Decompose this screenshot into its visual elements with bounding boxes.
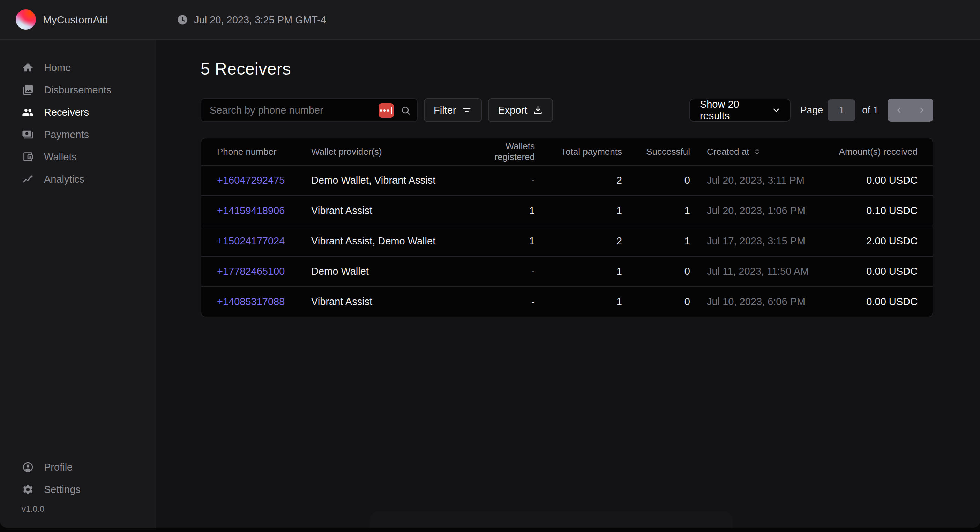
receivers-icon <box>22 106 34 119</box>
page-number-input[interactable] <box>828 99 855 121</box>
table-header-row: Phone number Wallet provider(s) Wallets … <box>201 138 932 165</box>
filter-button[interactable]: Filter <box>424 98 482 122</box>
top-bar: MyCustomAid Jul 20, 2023, 3:25 PM GMT-4 <box>0 0 980 40</box>
chevron-left-icon <box>894 106 904 115</box>
wallets-registered: - <box>470 266 535 277</box>
total-payments: 1 <box>535 205 622 216</box>
table-row[interactable]: +14159418906 Vibrant Assist 1 1 1 Jul 20… <box>201 195 932 226</box>
created-at: Jul 20, 2023, 3:11 PM <box>690 175 837 186</box>
main-content: 5 Receivers Filter Export <box>157 40 980 528</box>
amount-received: 0.00 USDC <box>837 296 918 308</box>
analytics-icon <box>22 173 34 186</box>
sidebar-item-label: Wallets <box>44 151 77 163</box>
table-row[interactable]: +17782465100 Demo Wallet - 1 0 Jul 11, 2… <box>201 256 932 286</box>
brand-name: MyCustomAid <box>43 0 108 40</box>
sidebar-item-label: Payments <box>44 129 89 140</box>
page-label: Page <box>800 105 823 116</box>
phone-link[interactable]: +14085317088 <box>217 296 311 308</box>
sidebar-item-analytics[interactable]: Analytics <box>0 172 156 187</box>
app-version: v1.0.0 <box>0 504 156 514</box>
total-payments: 2 <box>535 235 622 247</box>
wallets-registered: - <box>470 296 535 308</box>
phone-link[interactable]: +14159418906 <box>217 205 311 216</box>
created-at: Jul 17, 2023, 3:15 PM <box>690 235 837 247</box>
filter-icon <box>461 105 472 115</box>
password-manager-icon[interactable] <box>379 103 394 118</box>
wallet-providers: Demo Wallet, Vibrant Assist <box>311 175 470 186</box>
export-button[interactable]: Export <box>488 98 553 122</box>
export-button-label: Export <box>498 105 527 116</box>
amount-received: 2.00 USDC <box>837 235 918 247</box>
phone-link[interactable]: +17782465100 <box>217 266 311 277</box>
amount-received: 0.00 USDC <box>837 266 918 277</box>
sidebar-item-label: Receivers <box>44 107 89 118</box>
wallets-registered: 1 <box>470 205 535 216</box>
search-box <box>200 98 418 122</box>
next-page-button[interactable] <box>911 98 934 122</box>
wallet-providers: Vibrant Assist, Demo Wallet <box>311 235 470 247</box>
sidebar-item-wallets[interactable]: Wallets <box>0 149 156 165</box>
column-header-created-at[interactable]: Created at <box>690 146 837 157</box>
payments-icon <box>22 128 34 141</box>
sort-icon <box>752 147 762 156</box>
phone-link[interactable]: +15024177024 <box>217 235 311 247</box>
sidebar-item-label: Analytics <box>44 174 84 185</box>
chevron-right-icon <box>917 106 926 115</box>
created-at: Jul 11, 2023, 11:50 AM <box>690 266 837 277</box>
current-datetime: Jul 20, 2023, 3:25 PM GMT-4 <box>194 14 326 26</box>
sidebar-item-disbursements[interactable]: Disbursements <box>0 82 156 98</box>
download-icon <box>533 105 543 115</box>
sidebar: Home Disbursements Receivers Payments <box>0 40 156 528</box>
profile-icon <box>22 461 34 473</box>
clock-icon <box>177 14 188 26</box>
table-row[interactable]: +16047292475 Demo Wallet, Vibrant Assist… <box>201 165 932 195</box>
successful-payments: 0 <box>622 296 690 308</box>
show-results-select[interactable]: Show 20 results <box>689 98 791 122</box>
created-at: Jul 10, 2023, 6:06 PM <box>690 296 837 308</box>
table-row[interactable]: +14085317088 Vibrant Assist - 1 0 Jul 10… <box>201 286 932 316</box>
sidebar-item-label: Home <box>44 62 71 73</box>
bottom-sheet-hint <box>370 511 733 528</box>
sidebar-item-settings[interactable]: Settings <box>0 482 156 497</box>
wallet-providers: Vibrant Assist <box>311 296 470 308</box>
successful-payments: 1 <box>622 235 690 247</box>
sidebar-item-label: Settings <box>44 484 81 495</box>
sidebar-item-payments[interactable]: Payments <box>0 127 156 142</box>
disbursements-icon <box>22 84 34 96</box>
amount-received: 0.00 USDC <box>837 175 918 186</box>
successful-payments: 0 <box>622 266 690 277</box>
total-payments: 1 <box>535 296 622 308</box>
sidebar-item-label: Profile <box>44 462 73 473</box>
column-header-providers: Wallet provider(s) <box>311 146 470 157</box>
chevron-down-icon <box>771 105 781 115</box>
app-logo <box>16 10 36 30</box>
search-icon[interactable] <box>400 105 411 116</box>
table-row[interactable]: +15024177024 Vibrant Assist, Demo Wallet… <box>201 226 932 256</box>
sidebar-item-home[interactable]: Home <box>0 60 156 75</box>
previous-page-button[interactable] <box>888 98 911 122</box>
column-header-wallets-registered: Wallets registered <box>470 141 535 162</box>
sidebar-item-receivers[interactable]: Receivers <box>0 105 156 120</box>
toolbar: Filter Export Show 20 results Page <box>200 98 933 122</box>
successful-payments: 0 <box>622 175 690 186</box>
column-header-amount: Amount(s) received <box>837 146 918 157</box>
pagination-control <box>888 98 933 122</box>
app-window: MyCustomAid Jul 20, 2023, 3:25 PM GMT-4 … <box>0 0 980 528</box>
created-at: Jul 20, 2023, 1:06 PM <box>690 205 837 216</box>
sidebar-item-label: Disbursements <box>44 84 111 96</box>
column-header-phone: Phone number <box>217 146 311 157</box>
amount-received: 0.10 USDC <box>837 205 918 216</box>
total-payments: 2 <box>535 175 622 186</box>
wallets-registered: 1 <box>470 235 535 247</box>
column-header-successful: Successful <box>622 146 690 157</box>
show-results-label: Show 20 results <box>700 98 771 122</box>
successful-payments: 1 <box>622 205 690 216</box>
wallets-registered: - <box>470 175 535 186</box>
wallets-icon <box>22 151 34 163</box>
settings-icon <box>22 483 34 496</box>
sidebar-item-profile[interactable]: Profile <box>0 459 156 475</box>
filter-button-label: Filter <box>434 105 456 116</box>
page-total-label: of 1 <box>862 105 878 116</box>
page-title: 5 Receivers <box>200 59 291 78</box>
phone-link[interactable]: +16047292475 <box>217 175 311 186</box>
